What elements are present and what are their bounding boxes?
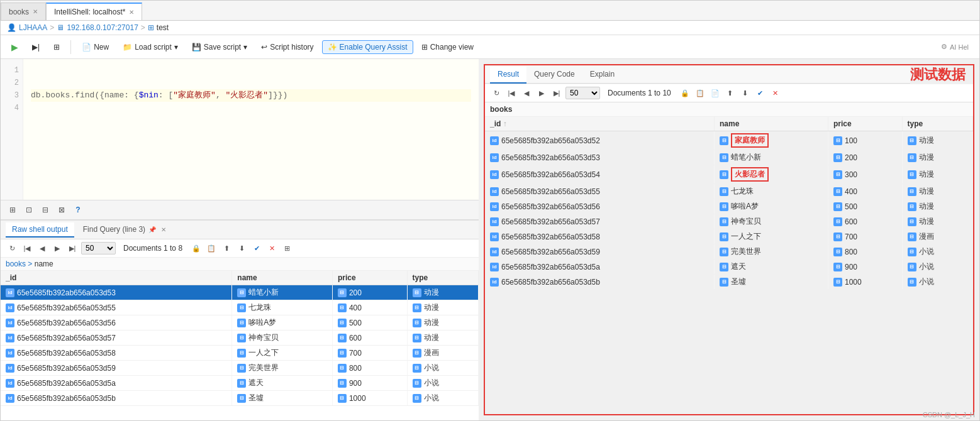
cell-type: ⊟动漫	[902, 214, 972, 229]
prev-btn-result[interactable]: ◀	[520, 87, 533, 99]
code-content[interactable]: db.books.find({name: {$nin: ["家庭教师", "火影…	[23, 59, 479, 200]
cell-name: ⊟神奇宝贝	[715, 214, 828, 229]
bottom-panel: Raw shell output Find Query (line 3) 📌 ✕…	[1, 219, 479, 420]
ai-help-button[interactable]: ⚙ AI Hel	[935, 40, 974, 53]
test-data-watermark: 测试数据	[910, 65, 973, 84]
copy2-btn-result[interactable]: 📄	[709, 87, 721, 99]
tab-find-query[interactable]: Find Query (line 3) 📌 ✕	[77, 222, 172, 238]
load-script-icon: 📁	[123, 43, 132, 52]
last-btn-result[interactable]: ▶|	[550, 87, 563, 99]
settings-btn[interactable]: ⊠	[55, 203, 69, 217]
page-size-select-result[interactable]: 50	[565, 87, 600, 99]
tab-bar: books ✕ IntelliShell: localhost* ✕	[1, 1, 979, 21]
cell-name: ⊟完美世界	[232, 361, 333, 376]
play-button[interactable]: ▶	[6, 40, 24, 55]
cell-type: ⊟动漫	[407, 315, 478, 331]
col-id-bottom: _id	[1, 271, 232, 285]
code-line-1	[31, 64, 471, 77]
table-row: id65e5685fb392ab656a053d55⊟七龙珠⊟400⊟动漫	[485, 184, 973, 199]
script-history-label: Script history	[270, 43, 313, 52]
export-btn-bottom[interactable]: ⬆	[220, 242, 233, 254]
refresh-btn[interactable]: ↻	[6, 242, 18, 254]
first-btn-result[interactable]: |◀	[505, 87, 518, 99]
cell-id: id65e5685fb392ab656a053d52	[485, 131, 715, 150]
more-btn-bottom[interactable]: ⊞	[281, 242, 293, 254]
help-btn[interactable]: ?	[71, 203, 85, 217]
line-numbers: 1 2 3 4	[1, 59, 23, 200]
step-button[interactable]: ▶|	[26, 40, 45, 54]
cell-name: ⊟火影忍者	[715, 165, 828, 184]
cell-name: ⊟完美世界	[715, 244, 828, 260]
load-script-arrow: ▾	[174, 43, 178, 52]
tab-query-code[interactable]: Query Code	[526, 66, 582, 84]
import-btn-bottom[interactable]: ⬇	[235, 242, 248, 254]
change-view-button[interactable]: ⊞ Change view	[416, 40, 479, 54]
collection-name: books	[485, 102, 973, 117]
cell-type: ⊟漫画	[407, 346, 478, 361]
pin-icon[interactable]: 📌	[148, 226, 156, 233]
code-editor[interactable]: 1 2 3 4 db.books.find({name: {$nin: ["家庭…	[1, 59, 479, 200]
close-btn-result[interactable]: ✕	[769, 87, 782, 99]
prev-btn[interactable]: ◀	[36, 242, 48, 254]
cell-type: ⊟小说	[407, 361, 478, 376]
check-btn-bottom[interactable]: ✔	[250, 242, 263, 254]
tab-explain[interactable]: Explain	[582, 66, 622, 84]
doc-count-bottom: Documents 1 to 8	[123, 244, 182, 253]
cell-id: id65e5685fb392ab656a053d56	[1, 315, 232, 331]
col-name-result: name	[715, 117, 828, 131]
lock-btn-bottom[interactable]: 🔒	[190, 242, 203, 254]
save-script-arrow: ▾	[243, 43, 247, 52]
stop-button[interactable]: ⊞	[48, 40, 65, 54]
cell-type: ⊟动漫	[902, 150, 972, 165]
load-script-button[interactable]: 📁 Load script ▾	[117, 40, 184, 54]
cell-id: id65e5685fb392ab656a053d58	[1, 346, 232, 361]
result-table-container[interactable]: _id ↑ name price type id65e5685fb392ab65…	[485, 117, 973, 414]
tab-result[interactable]: Result	[490, 66, 526, 84]
tab-books-close[interactable]: ✕	[33, 8, 38, 15]
tab-raw-shell[interactable]: Raw shell output	[6, 222, 74, 238]
cell-type: ⊟动漫	[902, 131, 972, 150]
cell-type: ⊟动漫	[407, 331, 478, 346]
tab-books[interactable]: books ✕	[1, 3, 46, 20]
cell-price: ⊟1000	[332, 391, 407, 406]
code-line-4	[31, 102, 471, 114]
next-btn-result[interactable]: ▶	[535, 87, 548, 99]
lock-btn-result[interactable]: 🔒	[679, 87, 691, 99]
tab-books-label: books	[9, 8, 29, 16]
check-btn-result[interactable]: ✔	[754, 87, 767, 99]
breadcrumb-db-icon: ⊞	[148, 23, 154, 32]
table-row: id65e5685fb392ab656a053d56⊟哆啦A梦⊟500⊟动漫	[1, 315, 479, 331]
doc-count-result: Documents 1 to 10	[608, 89, 671, 97]
expand-btn[interactable]: ⊡	[22, 203, 36, 217]
new-button[interactable]: 📄 New	[76, 40, 114, 54]
collapse-btn[interactable]: ⊟	[38, 203, 52, 217]
refresh-btn-result[interactable]: ↻	[490, 87, 503, 99]
find-query-close[interactable]: ✕	[161, 226, 166, 233]
cell-type: ⊟动漫	[902, 184, 972, 199]
import-btn-result[interactable]: ⬇	[739, 87, 752, 99]
first-btn[interactable]: |◀	[21, 242, 33, 254]
cell-price: ⊟800	[828, 244, 903, 260]
script-history-button[interactable]: ↩ Script history	[255, 40, 319, 54]
cell-price: ⊟300	[828, 165, 903, 184]
tab-intellishell[interactable]: IntelliShell: localhost* ✕	[46, 3, 142, 20]
close-btn-bottom[interactable]: ✕	[265, 242, 278, 254]
next-btn[interactable]: ▶	[51, 242, 64, 254]
table-row: id65e5685fb392ab656a053d52⊟家庭教师⊟100⊟动漫	[485, 131, 973, 150]
bottom-table-container[interactable]: _id name price type id65e5685fb392ab656a…	[1, 271, 479, 420]
save-script-label: Save script	[204, 43, 241, 52]
cell-type: ⊟小说	[902, 275, 972, 290]
cell-id: id65e5685fb392ab656a053d57	[1, 331, 232, 346]
copy1-btn-result[interactable]: 📋	[694, 87, 706, 99]
save-script-button[interactable]: 💾 Save script ▾	[186, 40, 253, 54]
tab-intellishell-close[interactable]: ✕	[129, 9, 134, 16]
export-btn-result[interactable]: ⬆	[724, 87, 737, 99]
cell-name: ⊟七龙珠	[715, 184, 828, 199]
format-btn[interactable]: ⊞	[6, 203, 19, 217]
change-view-icon: ⊞	[421, 43, 428, 52]
table-row: id65e5685fb392ab656a053d5b⊟圣墟⊟1000⊟小说	[485, 275, 973, 290]
page-size-select-bottom[interactable]: 50	[81, 242, 116, 254]
copy-btn-bottom[interactable]: 📋	[205, 242, 218, 254]
last-btn[interactable]: ▶|	[66, 242, 79, 254]
enable-query-assist-button[interactable]: ✨ Enable Query Assist	[322, 40, 413, 54]
